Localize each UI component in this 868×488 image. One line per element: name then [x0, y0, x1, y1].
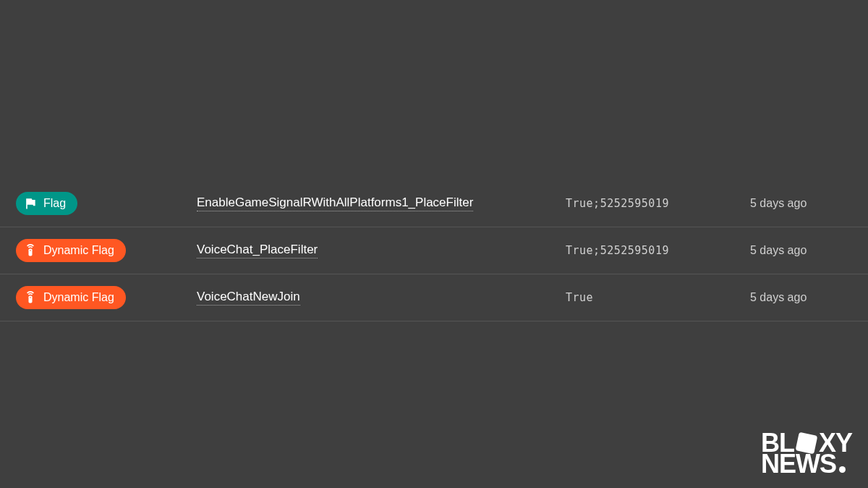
tilted-square-icon	[796, 432, 818, 454]
svg-rect-0	[29, 249, 33, 256]
table-row: Flag EnableGameSignalRWithAllPlatforms1_…	[0, 180, 868, 227]
time-cell: 5 days ago	[750, 197, 868, 210]
value-cell: True;5252595019	[566, 197, 750, 210]
flag-value: True;5252595019	[566, 197, 669, 210]
flag-name-link[interactable]: VoiceChat_PlaceFilter	[197, 243, 318, 258]
flag-timestamp: 5 days ago	[750, 197, 807, 210]
flag-timestamp: 5 days ago	[750, 291, 807, 304]
flag-badge: Flag	[16, 192, 77, 215]
flag-name-link[interactable]: VoiceChatNewJoin	[197, 290, 300, 306]
svg-point-3	[30, 297, 31, 298]
flag-icon	[23, 196, 38, 211]
name-cell: VoiceChatNewJoin	[197, 290, 566, 306]
badge-cell: Flag	[16, 192, 197, 215]
svg-point-1	[30, 250, 31, 251]
name-cell: VoiceChat_PlaceFilter	[197, 243, 566, 258]
watermark-text: NEWS	[761, 453, 836, 475]
flag-timestamp: 5 days ago	[750, 244, 807, 257]
period-icon	[839, 466, 846, 473]
badge-label: Dynamic Flag	[43, 291, 114, 304]
badge-label: Dynamic Flag	[43, 244, 114, 257]
dynamic-flag-badge: Dynamic Flag	[16, 286, 126, 309]
remote-icon	[23, 290, 38, 305]
table-row: Dynamic Flag VoiceChatNewJoin True 5 day…	[0, 274, 868, 321]
badge-cell: Dynamic Flag	[16, 239, 197, 262]
remote-icon	[23, 243, 38, 258]
watermark-logo: BL XY NEWS	[761, 432, 852, 475]
name-cell: EnableGameSignalRWithAllPlatforms1_Place…	[197, 195, 566, 211]
svg-rect-2	[29, 296, 33, 303]
badge-label: Flag	[43, 197, 66, 210]
flags-table: Flag EnableGameSignalRWithAllPlatforms1_…	[0, 180, 868, 321]
badge-cell: Dynamic Flag	[16, 286, 197, 309]
value-cell: True	[566, 291, 750, 304]
flag-name-link[interactable]: EnableGameSignalRWithAllPlatforms1_Place…	[197, 195, 473, 211]
time-cell: 5 days ago	[750, 244, 868, 257]
dynamic-flag-badge: Dynamic Flag	[16, 239, 126, 262]
value-cell: True;5252595019	[566, 244, 750, 257]
time-cell: 5 days ago	[750, 291, 868, 304]
flag-value: True;5252595019	[566, 244, 669, 257]
flag-value: True	[566, 291, 593, 304]
table-row: Dynamic Flag VoiceChat_PlaceFilter True;…	[0, 227, 868, 274]
